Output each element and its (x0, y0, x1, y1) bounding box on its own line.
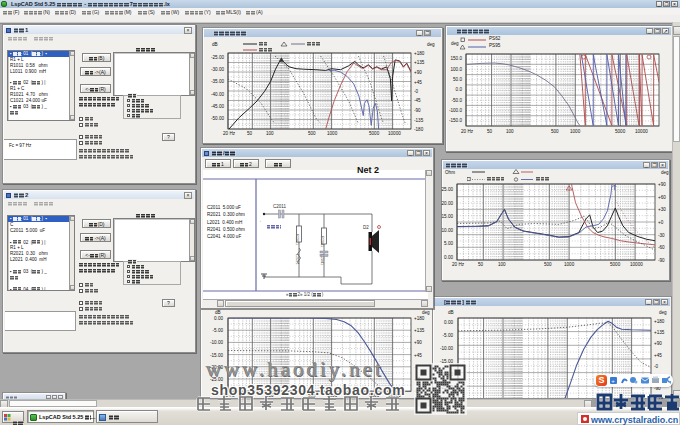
svg-text:C2011: C2011 (273, 204, 286, 209)
svg-text:R2021: R2021 (295, 234, 299, 245)
svg-text:D2: D2 (363, 225, 369, 230)
svg-text:L2021: L2021 (295, 254, 299, 265)
svg-text:+: + (611, 378, 615, 384)
svg-text:R2041: R2041 (320, 236, 324, 247)
svg-text:C2041: C2041 (320, 254, 324, 265)
svg-text:←: ← (259, 218, 264, 223)
